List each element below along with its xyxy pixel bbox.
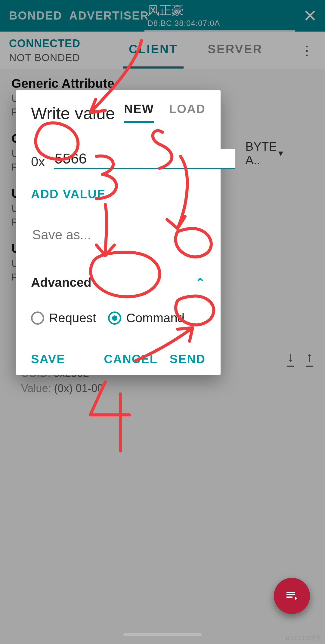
radio-request[interactable]: Request xyxy=(31,311,96,325)
descriptor-value: Value: (0x) 01-00 xyxy=(21,382,304,395)
type-label: BYTE A.. xyxy=(245,140,277,167)
dialog-title: Write value xyxy=(31,103,115,123)
log-fab[interactable] xyxy=(274,578,310,614)
type-select[interactable]: BYTE A.. ▼ xyxy=(244,138,286,169)
upload-icon[interactable]: ↑ xyxy=(306,349,313,367)
dialog-tab-new[interactable]: NEW xyxy=(124,102,154,123)
save-as-input[interactable] xyxy=(31,225,206,245)
download-icon[interactable]: ↓ xyxy=(287,349,294,367)
radio-circle-selected-icon xyxy=(108,311,121,325)
cancel-button[interactable]: CANCEL xyxy=(104,352,158,366)
dialog-tabs: NEW LOAD xyxy=(124,102,206,123)
radio-command-label: Command xyxy=(126,311,184,325)
chevron-up-icon: ⌃ xyxy=(195,276,206,290)
radio-command[interactable]: Command xyxy=(108,311,184,325)
dialog-header: Write value NEW LOAD xyxy=(31,102,206,123)
write-type-radios: Request Command xyxy=(31,311,206,325)
value-input-row: 0x BYTE A.. ▼ xyxy=(31,138,206,169)
add-value-button[interactable]: ADD VALUE xyxy=(31,187,206,201)
characteristic-actions: ↓ ↑ xyxy=(287,349,313,367)
dialog-tab-load[interactable]: LOAD xyxy=(169,102,206,123)
watermark: @51CTO博客 xyxy=(285,634,322,642)
advanced-row[interactable]: Advanced ⌃ xyxy=(31,275,206,290)
value-input[interactable] xyxy=(54,149,235,169)
radio-request-label: Request xyxy=(49,311,96,325)
hex-prefix: 0x xyxy=(31,154,45,169)
write-value-dialog: Write value NEW LOAD 0x BYTE A.. ▼ ADD V… xyxy=(16,90,221,375)
dropdown-caret-icon: ▼ xyxy=(277,149,285,158)
log-icon xyxy=(285,589,299,603)
advanced-label: Advanced xyxy=(31,275,91,290)
home-indicator xyxy=(123,633,202,636)
dialog-actions: SAVE CANCEL SEND xyxy=(31,352,206,366)
send-button[interactable]: SEND xyxy=(170,352,206,366)
save-button[interactable]: SAVE xyxy=(31,352,65,366)
radio-circle-icon xyxy=(31,311,44,325)
screen: BONDED ADVERTISER 风正豪 D8:BC:38:04:07:0A … xyxy=(0,0,325,644)
